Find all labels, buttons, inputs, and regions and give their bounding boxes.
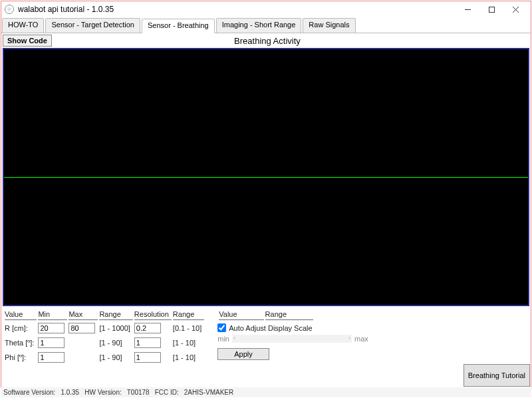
phi-range: [1 - 90] — [99, 351, 132, 364]
r-res-range: [0.1 - 10] — [173, 321, 204, 335]
col-value: Value — [5, 310, 37, 320]
table-row: R [cm]: [1 - 1000] [0.1 - 10] — [5, 321, 204, 335]
window-root: walabot api tutorial - 1.0.35 HOW-TO Sen… — [0, 0, 532, 398]
tab-howto[interactable]: HOW-TO — [2, 18, 44, 33]
title-bar: walabot api tutorial - 1.0.35 — [1, 1, 531, 18]
show-code-button[interactable]: Show Code — [3, 35, 52, 47]
tab-target-detection[interactable]: Sensor - Target Detection — [45, 18, 140, 33]
apply-button[interactable]: Apply — [217, 348, 269, 360]
display-col-value: Value — [219, 310, 263, 320]
minimize-icon — [464, 6, 471, 13]
breathing-chart — [3, 48, 529, 306]
chevron-right-icon: › — [348, 334, 350, 341]
app-icon — [5, 5, 14, 14]
close-icon — [512, 6, 519, 13]
status-hw-label: HW Version: — [84, 389, 122, 396]
status-sw-label: Software Version: — [3, 389, 55, 396]
auto-adjust-checkbox[interactable] — [217, 323, 226, 332]
param-r-label: R [cm]: — [5, 321, 37, 335]
r-max-input[interactable] — [68, 323, 95, 333]
col-resolution: Resolution — [134, 310, 172, 320]
maximize-icon — [488, 6, 495, 13]
theta-res-input[interactable] — [134, 337, 161, 348]
toolbar: Show Code Breathing Activity — [1, 33, 531, 48]
arena-params-table: Value Min Max Range Resolution Range R [… — [3, 309, 205, 365]
tab-imaging-short-range[interactable]: Imaging - Short Range — [216, 18, 302, 33]
maximize-button[interactable] — [479, 1, 503, 17]
chart-series-line — [4, 177, 528, 178]
breathing-tutorial-button[interactable]: Breathing Tutorial — [464, 364, 530, 387]
display-col-range: Range — [265, 310, 313, 320]
status-hw-value: T00178 — [127, 389, 150, 396]
tab-breathing[interactable]: Sensor - Breathing — [142, 19, 215, 33]
table-row: Theta [º]: [1 - 90] [1 - 10] — [5, 336, 204, 349]
slider-min-label: min — [217, 335, 229, 343]
display-settings: Value Range Auto Adjust Display Scale mi… — [217, 309, 368, 365]
auto-adjust-label: Auto Adjust Display Scale — [229, 324, 312, 332]
phi-min-input[interactable] — [38, 352, 65, 363]
svg-rect-1 — [489, 7, 494, 12]
tab-raw-signals[interactable]: Raw Signals — [303, 18, 355, 33]
close-button[interactable] — [503, 1, 527, 17]
slider-max-label: max — [354, 335, 368, 343]
col-min: Min — [38, 310, 67, 320]
phi-res-input[interactable] — [134, 352, 161, 363]
scale-slider-row: min ‹ › max — [217, 332, 368, 343]
window-title: walabot api tutorial - 1.0.35 — [18, 5, 456, 14]
status-bar: Software Version: 1.0.35 HW Version: T00… — [1, 387, 531, 397]
minimize-button[interactable] — [456, 1, 479, 17]
chevron-left-icon: ‹ — [233, 334, 235, 341]
theta-min-input[interactable] — [38, 337, 65, 348]
tab-bar: HOW-TO Sensor - Target Detection Sensor … — [1, 18, 531, 33]
theta-range: [1 - 90] — [99, 336, 132, 349]
col-range2: Range — [173, 310, 204, 320]
col-range: Range — [99, 310, 132, 320]
table-row: Phi [º]: [1 - 90] [1 - 10] — [5, 351, 204, 364]
status-fcc-label: FCC ID: — [155, 389, 179, 396]
r-range: [1 - 1000] — [99, 321, 132, 335]
r-res-input[interactable] — [134, 323, 161, 333]
scale-slider[interactable]: ‹ › — [232, 335, 352, 343]
phi-res-range: [1 - 10] — [173, 351, 204, 364]
auto-adjust-row[interactable]: Auto Adjust Display Scale — [217, 323, 368, 332]
window-buttons — [456, 1, 527, 17]
col-max: Max — [68, 310, 98, 320]
parameter-panel: Value Min Max Range Resolution Range R [… — [1, 306, 531, 365]
r-min-input[interactable] — [38, 323, 65, 333]
param-theta-label: Theta [º]: — [5, 336, 37, 349]
param-phi-label: Phi [º]: — [5, 351, 37, 364]
status-sw-value: 1.0.35 — [61, 389, 79, 396]
theta-res-range: [1 - 10] — [173, 336, 204, 349]
chart-title: Breathing Activity — [52, 36, 483, 46]
status-fcc-value: 2AHIS-VMAKER — [184, 389, 233, 396]
